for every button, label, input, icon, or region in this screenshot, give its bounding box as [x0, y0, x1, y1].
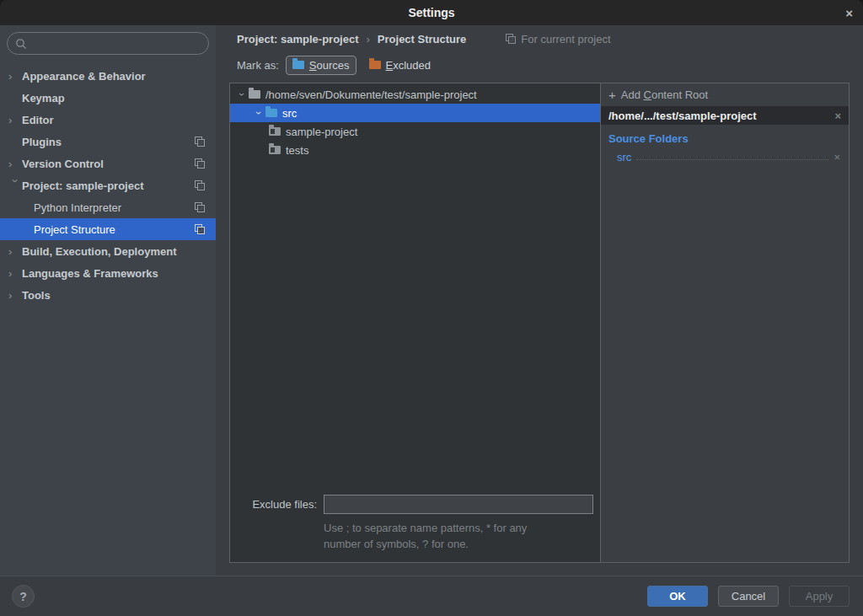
apply-button[interactable]: Apply [789, 586, 850, 607]
sources-folder-icon [292, 61, 304, 69]
help-button[interactable]: ? [12, 585, 35, 608]
content-root-panel: + Add Content Root /home/.../test/sample… [601, 83, 849, 562]
window-title: Settings [408, 6, 454, 19]
content-root-path: /home/.../test/sample-project [608, 110, 757, 122]
settings-dialog: Settings × › Appearance & Behavior Keyma… [0, 0, 863, 616]
plus-icon: + [608, 88, 616, 101]
sidebar-item-appearance[interactable]: › Appearance & Behavior [0, 65, 216, 87]
sidebar-item-languages-frameworks[interactable]: › Languages & Frameworks [0, 262, 216, 284]
titlebar: Settings × [0, 0, 863, 25]
breadcrumb: Project: sample-project › Project Struct… [216, 25, 863, 52]
source-folders-title: Source Folders [608, 132, 849, 145]
tree-row-tests[interactable]: tests [230, 141, 600, 159]
folder-icon [249, 90, 260, 99]
sidebar-item-version-control[interactable]: › Version Control [0, 153, 216, 174]
breadcrumb-project[interactable]: Project: sample-project [237, 33, 359, 46]
scope-indicator: For current project [506, 33, 610, 46]
exclude-files-label: Exclude files: [237, 498, 317, 511]
sidebar-item-keymap[interactable]: Keymap [0, 87, 216, 109]
settings-nav: › Appearance & Behavior Keymap › Editor … [0, 65, 216, 306]
exclude-files-input[interactable] [324, 495, 593, 514]
sidebar-item-editor[interactable]: › Editor [0, 109, 216, 131]
dotted-leader [636, 159, 828, 160]
tree-row-content-root[interactable]: › /home/sven/Dokumente/test/sample-proje… [230, 85, 600, 104]
settings-sidebar: › Appearance & Behavior Keymap › Editor … [0, 25, 216, 576]
content-tree-panel: › /home/sven/Dokumente/test/sample-proje… [230, 83, 601, 562]
mark-excluded-button[interactable]: Excluded [363, 56, 437, 74]
remove-content-root-icon[interactable]: × [834, 110, 841, 122]
cancel-button[interactable]: Cancel [718, 586, 779, 607]
source-folder-name: src [617, 151, 631, 163]
footer-bar: ? OK Cancel Apply [0, 576, 863, 616]
sidebar-item-project-structure[interactable]: Project Structure [0, 218, 216, 240]
chevron-down-icon: › [10, 179, 21, 192]
directory-tree: › /home/sven/Dokumente/test/sample-proje… [230, 83, 600, 159]
mark-as-toolbar: Mark as: Sources Excluded [216, 52, 863, 78]
sidebar-item-tools[interactable]: › Tools [0, 284, 216, 306]
mark-as-label: Mark as: [237, 59, 279, 72]
breadcrumb-page: Project Structure [378, 33, 466, 46]
tree-row-src[interactable]: › src [230, 104, 600, 122]
chevron-right-icon: › [8, 290, 22, 301]
current-project-icon [195, 202, 205, 212]
chevron-down-icon[interactable]: › [254, 106, 264, 120]
content-root-header[interactable]: /home/.../test/sample-project × [601, 106, 849, 125]
search-icon [15, 38, 27, 50]
exclude-files-section: Exclude files: Use ; to separate name pa… [230, 495, 600, 562]
chevron-down-icon[interactable]: › [237, 88, 247, 101]
folder-icon [269, 146, 281, 154]
tree-row-sample-project[interactable]: sample-project [230, 122, 600, 141]
source-folder-icon [265, 109, 277, 117]
current-project-icon [195, 158, 205, 169]
remove-source-folder-icon[interactable]: × [834, 151, 840, 163]
breadcrumb-separator: › [367, 33, 370, 46]
current-project-icon [506, 34, 516, 44]
current-project-icon [195, 224, 205, 234]
chevron-right-icon: › [8, 115, 22, 126]
sidebar-item-plugins[interactable]: Plugins [0, 131, 216, 153]
search-input[interactable] [32, 37, 201, 50]
mark-sources-button[interactable]: Sources [286, 56, 356, 75]
exclude-files-hint: Use ; to separate name patterns, * for a… [324, 520, 593, 552]
sidebar-item-project[interactable]: › Project: sample-project [0, 174, 216, 196]
chevron-right-icon: › [8, 246, 22, 257]
close-icon[interactable]: × [845, 7, 853, 19]
scope-label: For current project [521, 33, 610, 46]
sidebar-item-build-execution[interactable]: › Build, Execution, Deployment [0, 240, 216, 262]
source-folder-entry[interactable]: src × [617, 151, 840, 163]
chevron-right-icon: › [8, 71, 22, 82]
sidebar-item-python-interpreter[interactable]: Python Interpreter [0, 196, 216, 218]
folder-icon [269, 127, 281, 136]
current-project-icon [195, 137, 205, 147]
add-content-root-button[interactable]: + Add Content Root [601, 83, 849, 106]
excluded-folder-icon [369, 61, 381, 69]
chevron-right-icon: › [8, 268, 22, 279]
search-box[interactable] [7, 32, 209, 55]
chevron-right-icon: › [8, 158, 22, 169]
current-project-icon [195, 180, 205, 190]
ok-button[interactable]: OK [647, 586, 708, 607]
